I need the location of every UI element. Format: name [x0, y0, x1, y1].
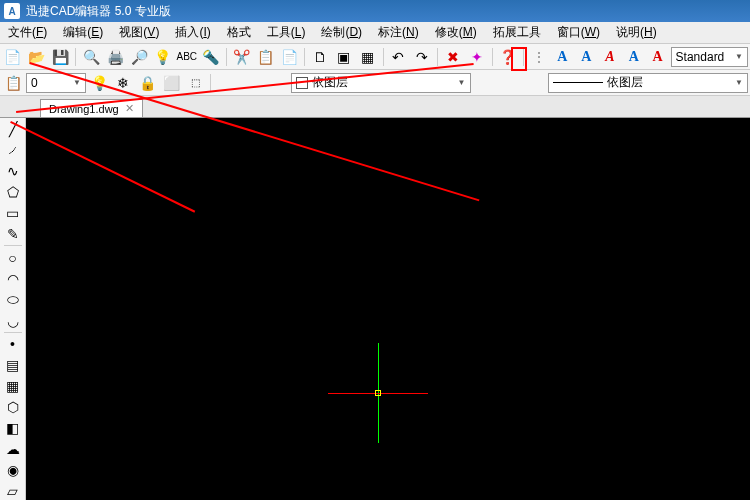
- workspace: ╱ ⟋ ∿ ⬠ ▭ ✎ ○ ◠ ⬭ ◡ • ▤ ▦ ⬡ ◧ ☁ ◉ ▱: [0, 118, 750, 500]
- chevron-down-icon: ▼: [458, 78, 466, 87]
- zoom-icon[interactable]: 🔎: [128, 46, 150, 68]
- layer-lock-icon[interactable]: 🔒: [136, 72, 158, 94]
- color-combo[interactable]: 依图层 ▼: [291, 73, 471, 93]
- undo-icon[interactable]: ↶: [388, 46, 410, 68]
- delete-icon[interactable]: ✖: [442, 46, 464, 68]
- donut-icon[interactable]: ◉: [2, 460, 24, 479]
- menu-help[interactable]: 说明(H): [608, 22, 665, 43]
- help-icon[interactable]: ❓: [497, 46, 519, 68]
- document-tab-bar: Drawing1.dwg ✕: [0, 96, 750, 118]
- separator: [492, 48, 493, 66]
- draw-toolbar: ╱ ⟋ ∿ ⬠ ▭ ✎ ○ ◠ ⬭ ◡ • ▤ ▦ ⬡ ◧ ☁ ◉ ▱: [0, 118, 26, 500]
- cut-icon[interactable]: ✂️: [231, 46, 253, 68]
- new-icon[interactable]: 📄: [2, 46, 24, 68]
- separator: [75, 48, 76, 66]
- title-bar: A 迅捷CAD编辑器 5.0 专业版: [0, 0, 750, 22]
- chevron-down-icon: ▼: [735, 78, 743, 87]
- layer-misc-icon[interactable]: ⬚: [184, 72, 206, 94]
- chevron-down-icon: ▼: [73, 78, 81, 87]
- table-icon[interactable]: ▦: [357, 46, 379, 68]
- boundary-icon[interactable]: ⬡: [2, 398, 24, 417]
- menu-view[interactable]: 视图(V): [111, 22, 167, 43]
- text-style-combo[interactable]: Standard ▼: [671, 47, 748, 67]
- layer-lightbulb-icon[interactable]: 💡: [88, 72, 110, 94]
- region-icon[interactable]: ◧: [2, 418, 24, 437]
- paste-icon[interactable]: 📄: [278, 46, 300, 68]
- separator: [437, 48, 438, 66]
- print-icon[interactable]: 🖨️: [104, 46, 126, 68]
- text-style-value: Standard: [676, 50, 725, 64]
- crosshair-pickbox: [375, 390, 381, 396]
- menu-draw[interactable]: 绘制(D): [313, 22, 370, 43]
- linetype-value: 依图层: [607, 74, 643, 91]
- text-style-a3-icon[interactable]: A: [599, 46, 621, 68]
- redo-icon[interactable]: ↷: [411, 46, 433, 68]
- separator: [523, 48, 524, 66]
- text-style-a4-icon[interactable]: A: [623, 46, 645, 68]
- grip-icon[interactable]: ⋮: [528, 46, 550, 68]
- close-icon[interactable]: ✕: [125, 102, 134, 115]
- print-preview-icon[interactable]: 🔍: [80, 46, 102, 68]
- layer-color-icon[interactable]: ⬜: [160, 72, 182, 94]
- drawing-canvas[interactable]: [26, 118, 750, 500]
- document-tab[interactable]: Drawing1.dwg ✕: [40, 99, 143, 117]
- revision-cloud-icon[interactable]: ☁: [2, 439, 24, 458]
- separator: [4, 245, 22, 246]
- separator: [210, 74, 211, 92]
- spellcheck-icon[interactable]: ABC: [176, 46, 198, 68]
- block-icon[interactable]: ▣: [333, 46, 355, 68]
- gradient-icon[interactable]: ▦: [2, 377, 24, 396]
- pencil-icon[interactable]: ✎: [2, 225, 24, 244]
- menu-file[interactable]: 文件(F): [0, 22, 55, 43]
- menu-insert[interactable]: 插入(I): [167, 22, 218, 43]
- polyline-icon[interactable]: ⟋: [2, 141, 24, 160]
- ellipse-icon[interactable]: ⬭: [2, 290, 24, 309]
- wipeout-icon[interactable]: ▱: [2, 481, 24, 500]
- menu-window[interactable]: 窗口(W): [549, 22, 608, 43]
- toolbar-main: 📄 📂 💾 🔍 🖨️ 🔎 💡 ABC 🔦 ✂️ 📋 📄 🗋 ▣ ▦ ↶ ↷ ✖ …: [0, 44, 750, 70]
- save-icon[interactable]: 💾: [50, 46, 72, 68]
- layer-manager-icon[interactable]: 📋: [2, 72, 24, 94]
- rectangle-icon[interactable]: ▭: [2, 204, 24, 223]
- point-icon[interactable]: •: [2, 335, 24, 354]
- hatch-icon[interactable]: ▤: [2, 356, 24, 375]
- purge-icon[interactable]: ✦: [466, 46, 488, 68]
- chevron-down-icon: ▼: [735, 52, 743, 61]
- linetype-preview: [553, 82, 603, 83]
- tab-label: Drawing1.dwg: [49, 103, 119, 115]
- text-style-a1-icon[interactable]: A: [551, 46, 573, 68]
- separator: [4, 332, 22, 333]
- circle-icon[interactable]: ○: [2, 248, 24, 267]
- separator: [304, 48, 305, 66]
- separator: [383, 48, 384, 66]
- ellipse-arc-icon[interactable]: ◡: [2, 311, 24, 330]
- menu-edit[interactable]: 编辑(E): [55, 22, 111, 43]
- menu-modify[interactable]: 修改(M): [427, 22, 485, 43]
- title-text: 迅捷CAD编辑器 5.0 专业版: [26, 3, 171, 20]
- copy-icon[interactable]: 📋: [254, 46, 276, 68]
- toolbar-layers: 📋 0 ▼ 💡 ❄ 🔒 ⬜ ⬚ 依图层 ▼ 依图层 ▼: [0, 70, 750, 96]
- linetype-combo[interactable]: 依图层 ▼: [548, 73, 748, 93]
- menu-bar: 文件(F) 编辑(E) 视图(V) 插入(I) 格式 工具(L) 绘制(D) 标…: [0, 22, 750, 44]
- separator: [226, 48, 227, 66]
- open-icon[interactable]: 📂: [26, 46, 48, 68]
- color-value: 依图层: [312, 74, 348, 91]
- line-icon[interactable]: ╱: [2, 120, 24, 139]
- find-icon[interactable]: 🔦: [200, 46, 222, 68]
- menu-dimension[interactable]: 标注(N): [370, 22, 427, 43]
- lineweight-combo[interactable]: 0 ▼: [26, 73, 86, 93]
- app-icon: A: [4, 3, 20, 19]
- color-swatch: [296, 77, 308, 89]
- menu-extra[interactable]: 拓展工具: [485, 22, 549, 43]
- text-style-a5-icon[interactable]: A: [647, 46, 669, 68]
- spline-icon[interactable]: ∿: [2, 162, 24, 181]
- lineweight-value: 0: [31, 76, 38, 90]
- lightbulb-icon[interactable]: 💡: [152, 46, 174, 68]
- new-doc-icon[interactable]: 🗋: [309, 46, 331, 68]
- polygon-icon[interactable]: ⬠: [2, 183, 24, 202]
- text-style-a2-icon[interactable]: A: [575, 46, 597, 68]
- menu-format[interactable]: 格式: [219, 22, 259, 43]
- arc-icon[interactable]: ◠: [2, 269, 24, 288]
- menu-tools[interactable]: 工具(L): [259, 22, 314, 43]
- layer-freeze-icon[interactable]: ❄: [112, 72, 134, 94]
